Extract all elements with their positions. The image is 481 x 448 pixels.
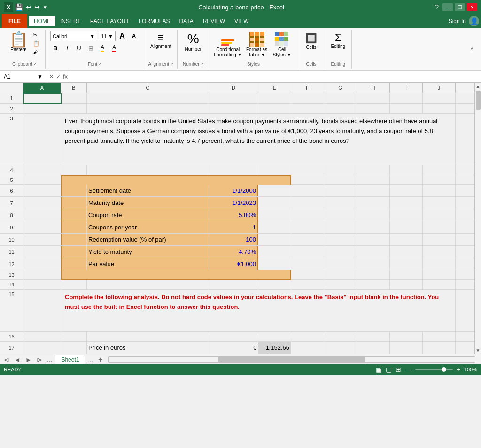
- cell-e13[interactable]: [291, 270, 324, 280]
- alignment-expand-icon[interactable]: ↗: [170, 62, 173, 66]
- horizontal-scroll-thumb[interactable]: [218, 357, 365, 362]
- cell-j2[interactable]: [423, 104, 456, 113]
- cell-c10[interactable]: Redemption value (% of par): [87, 234, 209, 245]
- cell-b14[interactable]: [61, 280, 87, 289]
- col-header-j[interactable]: J: [423, 83, 456, 93]
- cell-b16[interactable]: [61, 332, 87, 341]
- bold-button[interactable]: B: [50, 43, 61, 53]
- quick-access-toolbar[interactable]: 💾 ↩ ↪ ▼: [15, 3, 47, 11]
- font-name-dropdown-icon[interactable]: ▼: [90, 33, 95, 39]
- cell-f12[interactable]: [291, 258, 324, 270]
- cell-d8[interactable]: 5.80%: [209, 209, 258, 221]
- undo-icon[interactable]: ↩: [26, 3, 31, 11]
- cell-g14[interactable]: [324, 280, 357, 289]
- row-num-9[interactable]: 9: [0, 221, 23, 233]
- customize-icon[interactable]: ▼: [43, 5, 47, 10]
- redo-icon[interactable]: ↪: [34, 3, 40, 11]
- row-num-4[interactable]: 4: [0, 165, 23, 175]
- cell-i10[interactable]: [390, 234, 423, 245]
- cell-c4[interactable]: [87, 165, 209, 175]
- alignment-button[interactable]: ≡ Alignment: [148, 31, 173, 50]
- review-menu[interactable]: REVIEW: [198, 16, 230, 26]
- cell-a3[interactable]: [23, 114, 61, 165]
- cell-styles-button[interactable]: Cell Styles ▼: [271, 31, 294, 58]
- cell-f6[interactable]: [291, 185, 324, 196]
- row-num-11[interactable]: 11: [0, 246, 23, 258]
- cell-e16[interactable]: [258, 332, 291, 341]
- cell-h12[interactable]: [357, 258, 390, 270]
- cell-f16[interactable]: [291, 332, 324, 341]
- cell-g1[interactable]: [324, 93, 357, 103]
- cell-a7[interactable]: [23, 197, 61, 209]
- page-layout-menu[interactable]: PAGE LAYOUT: [85, 16, 134, 26]
- cell-g10[interactable]: [324, 234, 357, 245]
- help-icon[interactable]: ?: [435, 3, 439, 11]
- cell-i9[interactable]: [390, 221, 423, 233]
- col-header-h[interactable]: H: [357, 83, 390, 93]
- cell-i1[interactable]: [390, 93, 423, 103]
- cell-g4[interactable]: [324, 165, 357, 175]
- file-menu[interactable]: FILE: [2, 14, 27, 28]
- number-expand-icon[interactable]: ↗: [201, 62, 204, 66]
- cells-button[interactable]: 🔲 Cells: [303, 31, 320, 51]
- cell-d2[interactable]: [209, 104, 258, 113]
- cell-j9[interactable]: [423, 221, 456, 233]
- cell-a6[interactable]: [23, 185, 61, 196]
- col-header-d[interactable]: D: [209, 83, 258, 93]
- insert-menu[interactable]: INSERT: [55, 16, 85, 26]
- cell-c16[interactable]: [87, 332, 209, 341]
- cell-f10[interactable]: [291, 234, 324, 245]
- cell-i7[interactable]: [390, 197, 423, 209]
- cell-a13[interactable]: [23, 270, 61, 280]
- cell-g7[interactable]: [324, 197, 357, 209]
- cell-b4[interactable]: [61, 165, 87, 175]
- minimize-button[interactable]: —: [442, 3, 453, 11]
- cell-e12[interactable]: [258, 258, 291, 270]
- cell-b3-span[interactable]: Even though most corporate bonds in the …: [61, 114, 456, 165]
- copy-button[interactable]: 📋: [31, 39, 41, 47]
- format-painter-button[interactable]: 🖌: [31, 48, 41, 55]
- cell-d9[interactable]: 1: [209, 221, 258, 233]
- cell-h10[interactable]: [357, 234, 390, 245]
- number-button[interactable]: % Number: [182, 31, 204, 53]
- cell-i12[interactable]: [390, 258, 423, 270]
- cell-h13[interactable]: [390, 270, 423, 280]
- cell-h6[interactable]: [357, 185, 390, 196]
- page-layout-icon[interactable]: ▢: [386, 366, 392, 373]
- cell-h9[interactable]: [357, 221, 390, 233]
- cell-b17[interactable]: [61, 342, 87, 354]
- sign-in-label[interactable]: Sign In: [449, 18, 466, 24]
- conditional-formatting-button[interactable]: Conditional Formatting ▼: [213, 31, 243, 58]
- name-box-dropdown-icon[interactable]: ▼: [37, 73, 43, 80]
- cell-c7[interactable]: Maturity date: [87, 197, 209, 209]
- cell-j4[interactable]: [423, 165, 456, 175]
- cell-c9[interactable]: Coupons per year: [87, 221, 209, 233]
- cell-c14[interactable]: [87, 280, 209, 289]
- col-header-f[interactable]: F: [291, 83, 324, 93]
- cell-c17[interactable]: Price in euros: [87, 342, 209, 354]
- cell-h8[interactable]: [357, 209, 390, 221]
- cell-d17[interactable]: €: [209, 342, 258, 354]
- row-num-10[interactable]: 10: [0, 234, 23, 245]
- close-button[interactable]: ✕: [467, 3, 477, 11]
- cell-i11[interactable]: [390, 246, 423, 258]
- col-header-i[interactable]: I: [390, 83, 423, 93]
- zoom-in-icon[interactable]: +: [457, 366, 460, 373]
- cell-instruction[interactable]: Complete the following analysis. Do not …: [61, 290, 456, 331]
- cell-j5[interactable]: [456, 175, 474, 185]
- cell-g9[interactable]: [324, 221, 357, 233]
- sheet-nav-prev[interactable]: ◄: [12, 356, 23, 363]
- cell-j16[interactable]: [423, 332, 456, 341]
- cell-d10[interactable]: 100: [209, 234, 258, 245]
- font-size-box[interactable]: 11 ▼: [99, 31, 116, 41]
- cell-f1[interactable]: [291, 93, 324, 103]
- font-size-dropdown-icon[interactable]: ▼: [108, 33, 113, 39]
- cell-a11[interactable]: [23, 246, 61, 258]
- font-expand-icon[interactable]: ↗: [98, 62, 101, 66]
- cell-j17[interactable]: [423, 342, 456, 354]
- zoom-percent[interactable]: 100%: [464, 367, 477, 372]
- cell-i2[interactable]: [390, 104, 423, 113]
- cell-i5[interactable]: [423, 175, 456, 185]
- cell-e1[interactable]: [258, 93, 291, 103]
- confirm-formula-icon[interactable]: ✓: [56, 73, 61, 80]
